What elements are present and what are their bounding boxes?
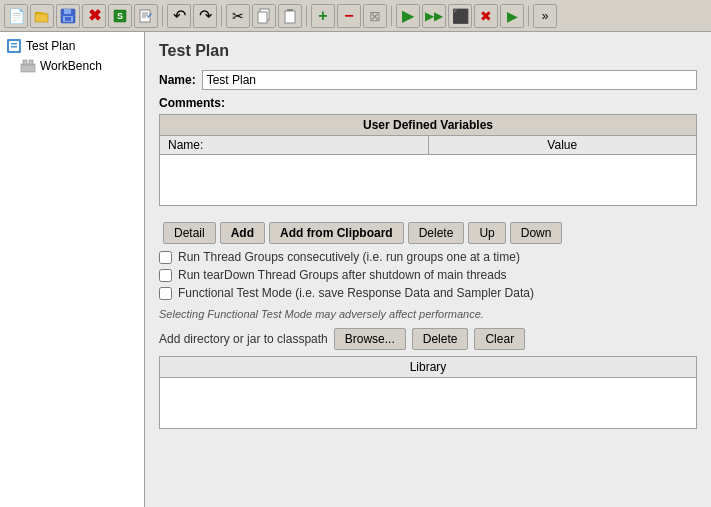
checkbox-row-2: Run tearDown Thread Groups after shutdow… xyxy=(159,268,697,282)
toolbar: 📄 ✖ S ↶ ↷ ✂ + − ⊠ ▶ ▶▶ ⬛ ✖ ▶ » xyxy=(0,0,711,32)
name-input[interactable] xyxy=(202,70,697,90)
remote-start-button[interactable]: ▶ xyxy=(500,4,524,28)
svg-rect-15 xyxy=(285,11,295,23)
library-section: Library xyxy=(159,356,697,429)
up-button[interactable]: Up xyxy=(468,222,505,244)
checkbox-run-consecutively[interactable] xyxy=(159,251,172,264)
test-plan-label: Test Plan xyxy=(26,39,75,53)
checkbox-functional-mode[interactable] xyxy=(159,287,172,300)
content-area: Test Plan Name: Comments: User Defined V… xyxy=(145,32,711,507)
comments-label: Comments: xyxy=(159,96,697,110)
udv-col-name: Name: xyxy=(160,136,429,154)
save-button[interactable] xyxy=(56,4,80,28)
functional-mode-note: Selecting Functional Test Mode may adver… xyxy=(159,308,697,320)
page-title: Test Plan xyxy=(159,42,697,60)
classpath-row: Add directory or jar to classpath Browse… xyxy=(159,328,697,350)
separator-1 xyxy=(162,6,163,26)
main-layout: Test Plan WorkBench Test Plan Name: Comm… xyxy=(0,32,711,507)
add-button[interactable]: Add xyxy=(220,222,265,244)
svg-rect-22 xyxy=(29,60,33,65)
svg-rect-13 xyxy=(258,12,267,23)
run-button[interactable]: ▶ xyxy=(396,4,420,28)
sidebar: Test Plan WorkBench xyxy=(0,32,145,507)
classpath-delete-button[interactable]: Delete xyxy=(412,328,469,350)
close-button[interactable]: ✖ xyxy=(82,4,106,28)
checkbox-teardown[interactable] xyxy=(159,269,172,282)
separator-2 xyxy=(221,6,222,26)
redo-button[interactable]: ↷ xyxy=(193,4,217,28)
sidebar-item-workbench[interactable]: WorkBench xyxy=(0,56,144,76)
cut-button[interactable]: ✂ xyxy=(226,4,250,28)
separator-5 xyxy=(528,6,529,26)
new-button[interactable]: 📄 xyxy=(4,4,28,28)
udv-buttons: Detail Add Add from Clipboard Delete Up … xyxy=(159,216,697,250)
checkbox-teardown-label: Run tearDown Thread Groups after shutdow… xyxy=(178,268,507,282)
remove-node-button[interactable]: − xyxy=(337,4,361,28)
separator-3 xyxy=(306,6,307,26)
stop-now-button[interactable]: ✖ xyxy=(474,4,498,28)
udv-section: User Defined Variables Name: Value xyxy=(159,114,697,206)
workbench-icon xyxy=(20,58,36,74)
clear-all-button[interactable]: ⊠ xyxy=(363,4,387,28)
svg-rect-1 xyxy=(35,14,48,22)
udv-columns: Name: Value xyxy=(160,136,696,155)
checkbox-functional-mode-label: Functional Test Mode (i.e. save Response… xyxy=(178,286,534,300)
classpath-label: Add directory or jar to classpath xyxy=(159,332,328,346)
clear-button[interactable]: Clear xyxy=(474,328,525,350)
paste-button[interactable] xyxy=(278,4,302,28)
test-plan-icon xyxy=(6,38,22,54)
more-button[interactable]: » xyxy=(533,4,557,28)
undo-button[interactable]: ↶ xyxy=(167,4,191,28)
svg-text:S: S xyxy=(117,11,123,21)
svg-rect-19 xyxy=(11,46,17,48)
library-body xyxy=(160,378,696,428)
name-label: Name: xyxy=(159,73,196,87)
edit-button[interactable] xyxy=(134,4,158,28)
down-button[interactable]: Down xyxy=(510,222,563,244)
checkbox-section: Run Thread Groups consecutively (i.e. ru… xyxy=(159,250,697,300)
checkbox-row-1: Run Thread Groups consecutively (i.e. ru… xyxy=(159,250,697,264)
svg-rect-3 xyxy=(64,9,71,14)
add-from-clipboard-button[interactable]: Add from Clipboard xyxy=(269,222,404,244)
run-no-pause-button[interactable]: ▶▶ xyxy=(422,4,446,28)
name-field-row: Name: xyxy=(159,70,697,90)
svg-rect-18 xyxy=(11,43,17,45)
copy-button[interactable] xyxy=(252,4,276,28)
checkbox-run-consecutively-label: Run Thread Groups consecutively (i.e. ru… xyxy=(178,250,520,264)
separator-4 xyxy=(391,6,392,26)
checkbox-row-3: Functional Test Mode (i.e. save Response… xyxy=(159,286,697,300)
svg-rect-5 xyxy=(65,17,71,21)
svg-rect-21 xyxy=(23,60,27,65)
sidebar-item-test-plan[interactable]: Test Plan xyxy=(0,36,144,56)
udv-header: User Defined Variables xyxy=(160,115,696,136)
udv-body xyxy=(160,155,696,205)
library-header: Library xyxy=(160,357,696,378)
delete-button[interactable]: Delete xyxy=(408,222,465,244)
add-node-button[interactable]: + xyxy=(311,4,335,28)
udv-col-value: Value xyxy=(429,136,697,154)
save-all-button[interactable]: S xyxy=(108,4,132,28)
workbench-label: WorkBench xyxy=(40,59,102,73)
stop-button[interactable]: ⬛ xyxy=(448,4,472,28)
open-button[interactable] xyxy=(30,4,54,28)
detail-button[interactable]: Detail xyxy=(163,222,216,244)
browse-button[interactable]: Browse... xyxy=(334,328,406,350)
